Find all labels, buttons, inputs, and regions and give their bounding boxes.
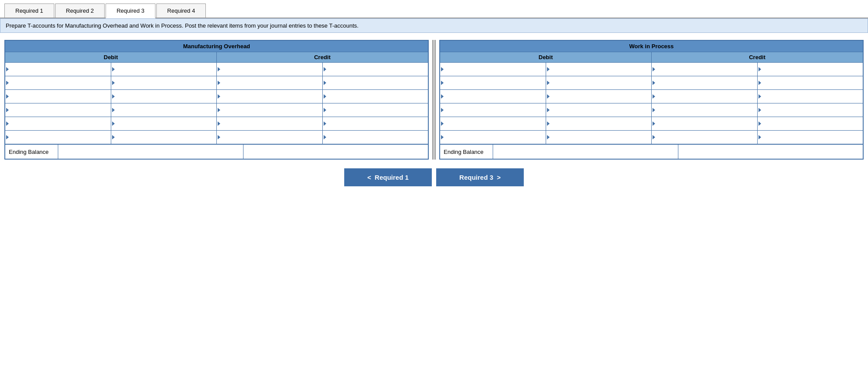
wip-ending-balance-debit-input[interactable] <box>493 145 678 159</box>
mfg-debit-amount-input-5[interactable] <box>111 117 217 130</box>
mfg-debit-cell-2[interactable] <box>5 76 111 89</box>
mfg-debit-amount-3[interactable] <box>111 90 217 103</box>
mfg-credit-amount-input-4[interactable] <box>323 103 428 117</box>
wip-debit-input-5[interactable] <box>440 117 546 130</box>
wip-ending-balance-credit[interactable] <box>678 145 863 159</box>
wip-ending-balance-credit-input[interactable] <box>678 145 863 159</box>
wip-debit-input-6[interactable] <box>440 131 546 144</box>
mfg-credit-amount-6[interactable] <box>323 131 428 144</box>
mfg-debit-cell-3[interactable] <box>5 90 111 103</box>
wip-debit-cell-2[interactable] <box>440 76 546 89</box>
wip-credit-amount-4[interactable] <box>758 103 863 117</box>
mfg-debit-amount-input-4[interactable] <box>111 103 217 117</box>
mfg-credit-amount-input-1[interactable] <box>323 63 428 76</box>
mfg-debit-amount-2[interactable] <box>111 76 217 89</box>
wip-debit-cell-1[interactable] <box>440 63 546 76</box>
wip-debit-amount-3[interactable] <box>546 90 652 103</box>
mfg-credit-cell-2[interactable] <box>217 76 323 89</box>
wip-credit-amount-input-1[interactable] <box>758 63 863 76</box>
mfg-debit-input-4[interactable] <box>5 103 111 117</box>
mfg-ending-balance-debit-input[interactable] <box>58 145 243 159</box>
wip-credit-amount-6[interactable] <box>758 131 863 144</box>
mfg-credit-cell-3[interactable] <box>217 90 323 103</box>
mfg-debit-cell-6[interactable] <box>5 131 111 144</box>
mfg-credit-amount-3[interactable] <box>323 90 428 103</box>
wip-credit-amount-5[interactable] <box>758 117 863 130</box>
wip-debit-amount-5[interactable] <box>546 117 652 130</box>
mfg-debit-amount-input-6[interactable] <box>111 131 217 144</box>
wip-debit-amount-input-1[interactable] <box>546 63 652 76</box>
mfg-debit-amount-1[interactable] <box>111 63 217 76</box>
mfg-credit-cell-4[interactable] <box>217 103 323 117</box>
wip-credit-input-6[interactable] <box>652 131 757 144</box>
wip-debit-amount-input-3[interactable] <box>546 90 652 103</box>
wip-debit-amount-input-5[interactable] <box>546 117 652 130</box>
mfg-debit-input-1[interactable] <box>5 63 111 76</box>
mfg-credit-amount-1[interactable] <box>323 63 428 76</box>
wip-debit-amount-2[interactable] <box>546 76 652 89</box>
wip-debit-amount-1[interactable] <box>546 63 652 76</box>
mfg-credit-cell-6[interactable] <box>217 131 323 144</box>
mfg-debit-cell-5[interactable] <box>5 117 111 130</box>
prev-button[interactable]: < Required 1 <box>344 168 432 186</box>
mfg-debit-input-5[interactable] <box>5 117 111 130</box>
wip-debit-cell-3[interactable] <box>440 90 546 103</box>
mfg-credit-amount-input-6[interactable] <box>323 131 428 144</box>
mfg-credit-input-2[interactable] <box>217 76 322 89</box>
wip-credit-cell-3[interactable] <box>652 90 758 103</box>
mfg-debit-amount-4[interactable] <box>111 103 217 117</box>
tab-required-4[interactable]: Required 4 <box>156 4 206 18</box>
mfg-debit-amount-input-2[interactable] <box>111 76 217 89</box>
wip-credit-amount-input-5[interactable] <box>758 117 863 130</box>
mfg-credit-amount-4[interactable] <box>323 103 428 117</box>
mfg-credit-input-3[interactable] <box>217 90 322 103</box>
mfg-debit-cell-1[interactable] <box>5 63 111 76</box>
mfg-credit-input-1[interactable] <box>217 63 322 76</box>
mfg-credit-amount-input-2[interactable] <box>323 76 428 89</box>
mfg-debit-input-6[interactable] <box>5 131 111 144</box>
wip-credit-input-2[interactable] <box>652 76 757 89</box>
wip-debit-amount-input-6[interactable] <box>546 131 652 144</box>
wip-debit-input-1[interactable] <box>440 63 546 76</box>
mfg-debit-amount-input-1[interactable] <box>111 63 217 76</box>
mfg-ending-balance-credit-input[interactable] <box>243 145 428 159</box>
wip-debit-input-3[interactable] <box>440 90 546 103</box>
mfg-ending-balance-debit[interactable] <box>58 145 243 159</box>
wip-credit-input-4[interactable] <box>652 103 757 117</box>
wip-credit-amount-3[interactable] <box>758 90 863 103</box>
wip-debit-amount-input-4[interactable] <box>546 103 652 117</box>
mfg-debit-amount-input-3[interactable] <box>111 90 217 103</box>
wip-credit-amount-1[interactable] <box>758 63 863 76</box>
wip-credit-cell-2[interactable] <box>652 76 758 89</box>
wip-credit-amount-input-6[interactable] <box>758 131 863 144</box>
wip-debit-cell-4[interactable] <box>440 103 546 117</box>
mfg-credit-amount-input-5[interactable] <box>323 117 428 130</box>
mfg-debit-input-3[interactable] <box>5 90 111 103</box>
mfg-debit-cell-4[interactable] <box>5 103 111 117</box>
tab-required-3[interactable]: Required 3 <box>106 4 155 18</box>
wip-credit-amount-input-2[interactable] <box>758 76 863 89</box>
mfg-credit-input-5[interactable] <box>217 117 322 130</box>
tab-required-2[interactable]: Required 2 <box>55 4 105 18</box>
wip-credit-input-5[interactable] <box>652 117 757 130</box>
mfg-credit-cell-1[interactable] <box>217 63 323 76</box>
wip-debit-cell-5[interactable] <box>440 117 546 130</box>
mfg-debit-amount-6[interactable] <box>111 131 217 144</box>
wip-credit-input-3[interactable] <box>652 90 757 103</box>
mfg-credit-amount-5[interactable] <box>323 117 428 130</box>
wip-debit-amount-input-2[interactable] <box>546 76 652 89</box>
mfg-credit-amount-input-3[interactable] <box>323 90 428 103</box>
wip-credit-amount-input-3[interactable] <box>758 90 863 103</box>
wip-credit-cell-6[interactable] <box>652 131 758 144</box>
mfg-ending-balance-credit[interactable] <box>243 145 428 159</box>
tab-required-1[interactable]: Required 1 <box>4 4 54 18</box>
wip-credit-cell-4[interactable] <box>652 103 758 117</box>
wip-debit-amount-6[interactable] <box>546 131 652 144</box>
wip-credit-input-1[interactable] <box>652 63 757 76</box>
next-button[interactable]: Required 3 > <box>436 168 524 186</box>
wip-debit-input-4[interactable] <box>440 103 546 117</box>
wip-ending-balance-debit[interactable] <box>493 145 678 159</box>
mfg-credit-input-6[interactable] <box>217 131 322 144</box>
mfg-debit-input-2[interactable] <box>5 76 111 89</box>
mfg-credit-input-4[interactable] <box>217 103 322 117</box>
